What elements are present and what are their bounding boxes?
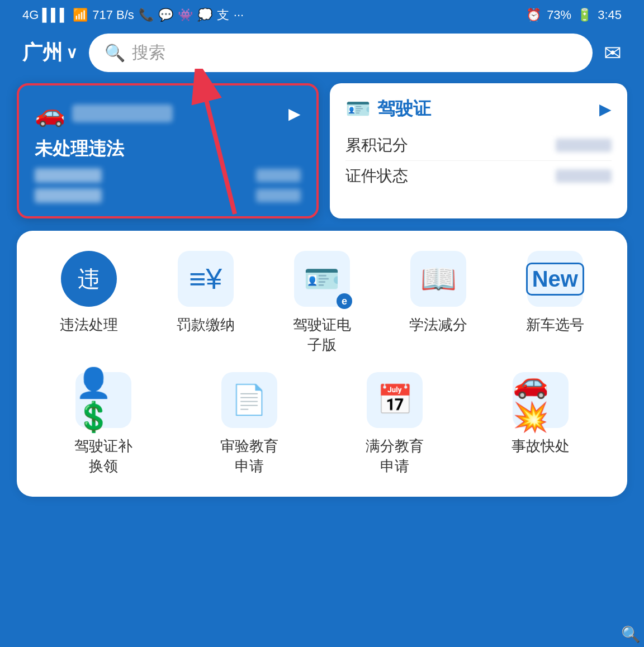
battery-text: 73% — [547, 8, 571, 22]
time-text: 3:45 — [598, 8, 622, 22]
driver-license-card[interactable]: 🪪 驾驶证 ▶ 累积记分 证件状态 — [330, 83, 627, 218]
violation-detail-blurred — [256, 169, 301, 182]
fullscore-edu-service-label: 满分教育申请 — [366, 436, 424, 477]
city-selector[interactable]: 广州 ∨ — [22, 39, 78, 66]
accident-icon-glyph: 🚗💥 — [513, 366, 569, 434]
id-card-icon: 🪪 — [345, 97, 371, 121]
license-status-label: 证件状态 — [345, 165, 408, 187]
status-bar: 4G ▌▌▌ 📶 717 B/s 📞 💬 👾 💭 支 ··· ⏰ 73% 🔋 3… — [0, 0, 644, 28]
search-placeholder: 搜索 — [132, 41, 165, 64]
fine-service-item[interactable]: ≡¥ 罚款缴纳 — [150, 251, 261, 355]
services-bottom-grid: 👤💲 驾驶证补换领 📄 审验教育申请 📅 满分教育申请 — [34, 372, 610, 477]
driver-arrow-icon: ▶ — [599, 100, 612, 118]
services-card: 违 🔍 违法处理 ≡¥ 罚款缴纳 🪪 e 驾驶证电子版 — [17, 231, 627, 497]
header: 广州 ∨ 🔍 搜索 ✉ — [0, 28, 644, 83]
license-renew-icon-glyph: 👤💲 — [75, 366, 131, 434]
newplate-icon-glyph: New — [526, 263, 584, 296]
elicense-service-label: 驾驶证电子版 — [293, 315, 351, 355]
mail-icon[interactable]: ✉ — [604, 41, 622, 65]
fullscore-edu-service-item[interactable]: 📅 满分教育申请 — [325, 372, 465, 477]
license-renew-service-label: 驾驶证补换领 — [74, 436, 132, 477]
vehicle-extra2-blurred — [256, 189, 301, 202]
vehicle-card[interactable]: 🚗 ▶ 未处理违法 — [17, 83, 319, 218]
review-edu-service-label: 审验教育申请 — [220, 436, 278, 477]
vehicle-card-header: 🚗 ▶ — [35, 99, 301, 128]
status-right: ⏰ 73% 🔋 3:45 — [526, 8, 622, 22]
alarm-icon: ⏰ — [526, 8, 541, 22]
study-icon-glyph: 📖 — [420, 262, 457, 296]
vehicle-title-row: 🚗 — [35, 99, 173, 128]
call-icon: 📞 — [139, 8, 154, 22]
search-bar[interactable]: 🔍 搜索 — [89, 34, 593, 72]
review-edu-icon: 📄 — [221, 372, 277, 428]
battery-icon: 🔋 — [577, 8, 592, 22]
vehicle-extra1-blurred — [35, 188, 102, 203]
elicense-service-item[interactable]: 🪪 e 驾驶证电子版 — [267, 251, 377, 355]
fine-service-label: 罚款缴纳 — [177, 315, 235, 335]
city-name: 广州 — [22, 39, 63, 66]
violation-service-item[interactable]: 违 🔍 违法处理 — [34, 251, 144, 355]
violation-count-blurred — [35, 168, 102, 183]
review-edu-icon-glyph: 📄 — [231, 383, 267, 417]
elicense-icon-glyph: 🪪 — [304, 262, 340, 296]
car-icon: 🚗 — [35, 99, 65, 128]
elicense-icon: 🪪 e — [294, 251, 350, 307]
alipay-icon: 支 — [217, 7, 229, 23]
violation-label: 未处理违法 — [35, 137, 301, 161]
cards-row: 🚗 ▶ 未处理违法 🪪 驾驶证 ▶ — [17, 83, 627, 218]
fine-icon: ≡¥ — [178, 251, 234, 307]
wifi-icon: 📶 — [73, 8, 88, 22]
study-icon: 📖 — [410, 251, 466, 307]
newplate-service-label: 新车选号 — [526, 315, 584, 335]
status-value-blurred — [556, 169, 612, 183]
e-badge: e — [337, 293, 352, 309]
fine-icon-glyph: ≡¥ — [189, 262, 222, 296]
search-icon: 🔍 — [105, 43, 125, 63]
accident-icon: 🚗💥 — [513, 372, 569, 428]
study-service-label: 学法减分 — [409, 315, 467, 335]
score-value-blurred — [556, 139, 612, 152]
services-top-grid: 违 🔍 违法处理 ≡¥ 罚款缴纳 🪪 e 驾驶证电子版 — [34, 251, 610, 355]
vehicle-extra-row — [35, 188, 301, 203]
more-icon: ··· — [234, 8, 244, 22]
plate-number-blurred — [72, 104, 173, 122]
vehicle-arrow-icon: ▶ — [288, 104, 301, 123]
signal-icon: 4G ▌▌▌ — [22, 8, 68, 22]
license-renew-service-item[interactable]: 👤💲 驾驶证补换领 — [34, 372, 174, 477]
newplate-icon: New — [527, 251, 583, 307]
driver-card-header: 🪪 驾驶证 ▶ — [345, 97, 612, 121]
newplate-service-item[interactable]: New 新车选号 — [500, 251, 610, 355]
chevron-down-icon: ∨ — [66, 44, 78, 62]
wechat-icon: 💬 — [158, 8, 173, 22]
review-edu-service-item[interactable]: 📄 审验教育申请 — [179, 372, 320, 477]
violation-count-row — [35, 168, 301, 183]
accident-service-label: 事故快处 — [512, 436, 570, 456]
license-renew-icon: 👤💲 — [75, 372, 131, 428]
msg-icon: 💭 — [197, 8, 212, 22]
fullscore-edu-icon: 📅 — [367, 372, 423, 428]
status-left: 4G ▌▌▌ 📶 717 B/s 📞 💬 👾 💭 支 ··· — [22, 7, 244, 23]
violation-icon: 违 🔍 — [61, 251, 117, 307]
fullscore-edu-icon-glyph: 📅 — [377, 383, 413, 417]
driver-license-title: 驾驶证 — [377, 97, 431, 121]
accident-service-item[interactable]: 🚗💥 事故快处 — [471, 372, 611, 477]
search-overlay-icon: 🔍 — [621, 625, 641, 644]
speed-text: 717 B/s — [92, 8, 134, 22]
cumulative-score-label: 累积记分 — [345, 135, 408, 156]
violation-icon-glyph: 违 — [78, 264, 100, 294]
cumulative-score-row: 累积记分 — [345, 130, 612, 161]
qq-icon: 👾 — [178, 8, 193, 22]
license-status-row: 证件状态 — [345, 161, 612, 191]
study-service-item[interactable]: 📖 学法减分 — [383, 251, 494, 355]
main-content: 🚗 ▶ 未处理违法 🪪 驾驶证 ▶ — [0, 83, 644, 497]
driver-title-row: 🪪 驾驶证 — [345, 97, 431, 121]
violation-service-label: 违法处理 — [60, 315, 118, 335]
